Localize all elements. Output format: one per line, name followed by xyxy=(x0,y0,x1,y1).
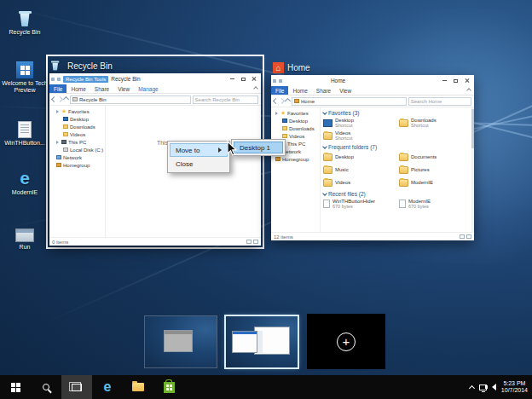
address-bar: Home Search Home xyxy=(271,95,474,107)
thumbnail-view-icon[interactable] xyxy=(253,240,258,244)
address-bar: Recycle Bin Search Recycle Bin xyxy=(49,94,261,106)
ribbon-tab-bar: File Home Share View xyxy=(271,86,474,95)
internet-explorer-button[interactable]: e xyxy=(92,375,123,399)
scrollbar[interactable] xyxy=(471,107,474,232)
maximize-button[interactable] xyxy=(238,75,248,84)
tab-home[interactable]: Home xyxy=(66,84,90,93)
up-icon[interactable] xyxy=(285,98,291,104)
expander-icon[interactable] xyxy=(56,141,59,144)
desktop-icon-winthbutton[interactable]: WinTHButton... xyxy=(0,118,49,147)
nav-item-desktop[interactable]: Desktop xyxy=(271,117,320,124)
folder-icon xyxy=(63,132,68,136)
tray-expand-icon[interactable] xyxy=(469,385,475,390)
nav-item-downloads[interactable]: Downloads xyxy=(271,124,320,132)
desktop-icon-welcome[interactable]: Welcome to Tech Preview xyxy=(0,58,49,94)
tile-modernie-file[interactable]: ModernIE670 bytes xyxy=(399,198,471,210)
nav-item-this-pc[interactable]: This PC xyxy=(49,138,105,146)
section-header-frequent-folders[interactable]: Frequent folders (7) xyxy=(323,144,471,150)
ribbon-collapse-icon[interactable] xyxy=(253,86,258,91)
minimize-button[interactable] xyxy=(440,77,450,85)
close-button[interactable] xyxy=(462,77,472,85)
speaker-icon[interactable] xyxy=(492,384,496,390)
tile-modernie[interactable]: ModernIE xyxy=(399,176,471,188)
minimize-button[interactable] xyxy=(227,75,237,84)
desktop-icon-label: WinTHButton... xyxy=(4,140,44,147)
task-view-window-home[interactable]: ⌂ Home Home File Home Share View xyxy=(271,60,474,240)
tab-file[interactable]: File xyxy=(271,86,288,95)
nav-item-network[interactable]: Network xyxy=(49,153,105,161)
nav-item-videos[interactable]: Videos xyxy=(49,130,105,138)
section-header-favorites[interactable]: Favorites (3) xyxy=(323,110,471,116)
task-view-button[interactable] xyxy=(61,375,92,399)
menu-item-close[interactable]: Close xyxy=(170,157,228,171)
window-titlebar: Recycle Bin Tools Recycle Bin xyxy=(49,73,261,84)
search-button[interactable] xyxy=(31,375,61,399)
tile-desktop-shortcut[interactable]: DesktopShortcut xyxy=(323,117,396,129)
desktop-thumbnail-1[interactable] xyxy=(145,316,217,367)
folder-icon xyxy=(399,179,408,187)
tile-desktop[interactable]: Desktop xyxy=(323,151,396,163)
taskbar-clock[interactable]: 5:23 PM 10/7/2014 xyxy=(501,380,528,395)
file-explorer-button[interactable] xyxy=(123,375,153,399)
task-view-icon xyxy=(72,384,82,391)
search-input[interactable]: Search Recycle Bin xyxy=(193,95,258,104)
tab-manage[interactable]: Manage xyxy=(134,84,163,93)
tile-music[interactable]: Music xyxy=(323,164,396,176)
mini-window xyxy=(232,331,257,353)
maximize-button[interactable] xyxy=(451,77,461,85)
desktop-icon-recycle-bin[interactable]: Recycle Bin xyxy=(0,7,49,36)
store-button[interactable] xyxy=(153,375,184,399)
nav-item-local-disk[interactable]: Local Disk (C:) xyxy=(49,146,105,153)
nav-item-favorites[interactable]: Favorites xyxy=(271,109,320,117)
desktop-icon-modernie[interactable]: e ModernIE xyxy=(0,167,49,196)
desktop-icon-run[interactable]: Run xyxy=(0,222,49,251)
preview-header: ⌂ Home xyxy=(271,60,474,75)
address-text: Recycle Bin xyxy=(79,97,107,102)
scrollbar-thumb[interactable] xyxy=(471,109,474,148)
tab-share[interactable]: Share xyxy=(90,84,113,93)
list-view-icon[interactable] xyxy=(460,234,465,239)
start-button[interactable] xyxy=(0,375,31,399)
tile-downloads-shortcut[interactable]: DownloadsShortcut xyxy=(399,117,471,129)
plus-icon: + xyxy=(337,332,356,351)
nav-item-homegroup[interactable]: Homegroup xyxy=(271,155,320,163)
ribbon-collapse-icon[interactable] xyxy=(466,88,471,93)
address-box[interactable]: Home xyxy=(292,97,407,106)
homegroup-icon xyxy=(275,157,280,161)
desktop-thumbnail-2[interactable] xyxy=(226,316,298,367)
menu-item-desktop-1[interactable]: Desktop 1 xyxy=(234,142,283,153)
tab-home[interactable]: Home xyxy=(288,86,311,95)
nav-item-downloads[interactable]: Downloads xyxy=(49,123,105,130)
menu-item-move-to[interactable]: Move to xyxy=(170,143,228,157)
list-view-icon[interactable] xyxy=(246,240,252,244)
nav-item-homegroup[interactable]: Homegroup xyxy=(49,161,105,169)
mini-window xyxy=(254,327,290,355)
run-window-icon xyxy=(15,222,34,242)
folder-icon xyxy=(132,383,144,391)
thumbnail-view-icon[interactable] xyxy=(466,234,471,239)
tile-videos-shortcut[interactable]: VideosShortcut xyxy=(323,130,396,142)
tab-view[interactable]: View xyxy=(113,84,134,93)
contextual-tab-chip[interactable]: Recycle Bin Tools xyxy=(63,76,108,83)
tab-file[interactable]: File xyxy=(49,84,66,93)
address-box[interactable]: Recycle Bin xyxy=(70,95,191,104)
up-icon[interactable] xyxy=(63,96,69,102)
tile-videos[interactable]: Videos xyxy=(323,176,396,188)
nav-item-desktop[interactable]: Desktop xyxy=(49,115,105,123)
tab-view[interactable]: View xyxy=(335,86,356,95)
script-file-icon xyxy=(18,118,32,138)
section-header-recent-files[interactable]: Recent files (2) xyxy=(323,191,471,197)
expander-icon[interactable] xyxy=(56,110,59,113)
close-button[interactable] xyxy=(249,75,259,84)
store-icon xyxy=(164,382,175,393)
add-desktop-button[interactable]: + xyxy=(307,314,385,369)
search-input[interactable]: Search Home xyxy=(408,97,471,106)
status-bar: 0 items xyxy=(49,237,261,246)
tile-documents[interactable]: Documents xyxy=(399,151,471,163)
disk-icon xyxy=(63,147,68,152)
nav-item-favorites[interactable]: Favorites xyxy=(49,107,105,115)
expander-icon[interactable] xyxy=(275,112,278,115)
tile-winthbuttonhider[interactable]: WinTHButtonHider670 bytes xyxy=(323,198,396,210)
tab-share[interactable]: Share xyxy=(312,86,335,95)
tile-pictures[interactable]: Pictures xyxy=(399,164,471,176)
